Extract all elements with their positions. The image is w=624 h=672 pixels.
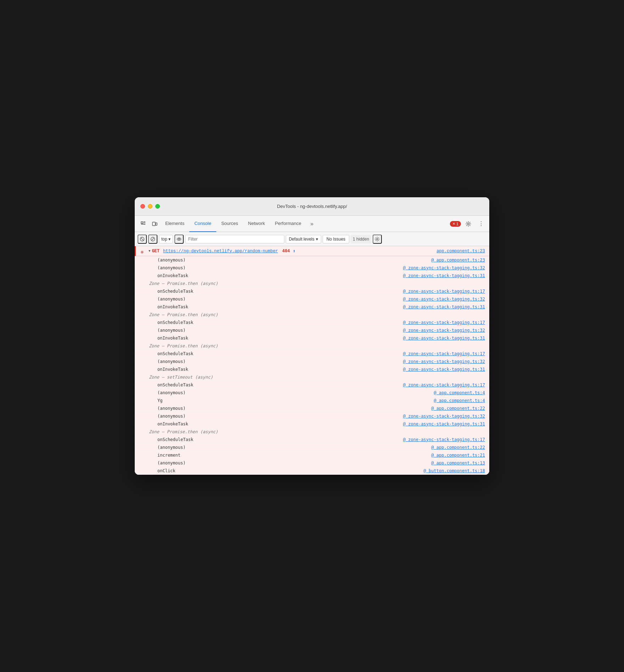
- row-content-25: increment@ app.component.ts:21: [147, 452, 489, 459]
- row-text-24: (anonymous): [147, 445, 185, 450]
- block-icon[interactable]: [148, 235, 157, 244]
- svg-rect-5: [152, 222, 155, 226]
- error-x-icon: ✕: [452, 222, 455, 226]
- row-source-8[interactable]: @ zone-async-stack-tagging.ts:17: [403, 320, 489, 325]
- row-source-25[interactable]: @ app.component.ts:21: [431, 453, 489, 458]
- inspect-icon[interactable]: [138, 218, 149, 230]
- error-source[interactable]: app.component.ts:23: [436, 249, 489, 254]
- svg-point-14: [377, 238, 378, 240]
- console-error-entry: ⊗ ▼ GET https://ng-devtools.netlify.app/…: [135, 246, 489, 256]
- row-source-1[interactable]: @ zone-async-stack-tagging.ts:32: [403, 265, 489, 270]
- issues-button[interactable]: No Issues: [323, 235, 349, 243]
- row-source-21[interactable]: @ zone-async-stack-tagging.ts:31: [403, 422, 489, 426]
- console-row-2: onInvokeTask@ zone-async-stack-tagging.t…: [135, 272, 489, 280]
- console-row-0: (anonymous)@ app.component.ts:23: [135, 256, 489, 264]
- row-source-6[interactable]: @ zone-async-stack-tagging.ts:31: [403, 304, 489, 309]
- row-text-12: onScheduleTask: [147, 351, 193, 356]
- row-source-5[interactable]: @ zone-async-stack-tagging.ts:32: [403, 297, 489, 302]
- svg-rect-6: [156, 223, 157, 225]
- row-content-16: onScheduleTask@ zone-async-stack-tagging…: [147, 381, 489, 389]
- more-tabs-button[interactable]: »: [307, 219, 317, 229]
- tab-sources[interactable]: Sources: [216, 216, 243, 232]
- console-row-12: onScheduleTask@ zone-async-stack-tagging…: [135, 350, 489, 358]
- row-source-10[interactable]: @ zone-async-stack-tagging.ts:31: [403, 336, 489, 341]
- console-row-14: onInvokeTask@ zone-async-stack-tagging.t…: [135, 365, 489, 373]
- row-content-27: onClick@ button.component.ts:18: [147, 467, 489, 474]
- console-settings-icon[interactable]: [373, 235, 382, 244]
- row-text-20: (anonymous): [147, 414, 185, 419]
- tab-performance[interactable]: Performance: [270, 216, 306, 232]
- console-area[interactable]: ⊗ ▼ GET https://ng-devtools.netlify.app/…: [135, 246, 489, 475]
- row-text-8: onScheduleTask: [147, 320, 193, 325]
- expand-triangle-icon[interactable]: ▼: [149, 249, 150, 253]
- row-source-12[interactable]: @ zone-async-stack-tagging.ts:17: [403, 351, 489, 356]
- row-source-26[interactable]: @ app.component.ts:13: [431, 461, 489, 466]
- upload-icon[interactable]: ⬆: [293, 248, 296, 254]
- devtools-body: Elements Console Sources Network Perform…: [135, 216, 489, 475]
- row-content-5: (anonymous)@ zone-async-stack-tagging.ts…: [147, 296, 489, 303]
- row-content-15: Zone — setTimeout (async): [147, 374, 489, 381]
- console-row-11: Zone — Promise.then (async): [135, 342, 489, 350]
- devtools-window: DevTools - ng-devtools.netlify.app/: [135, 197, 489, 475]
- row-text-5: (anonymous): [147, 297, 185, 302]
- console-row-19: (anonymous)@ app.component.ts:22: [135, 404, 489, 412]
- row-text-23: onScheduleTask: [147, 437, 193, 442]
- row-content-0: (anonymous)@ app.component.ts:23: [147, 257, 489, 264]
- row-text-16: onScheduleTask: [147, 382, 193, 387]
- clear-console-icon[interactable]: [138, 235, 147, 244]
- filter-input[interactable]: [185, 235, 284, 243]
- tab-console[interactable]: Console: [189, 216, 216, 232]
- console-row-8: onScheduleTask@ zone-async-stack-tagging…: [135, 319, 489, 326]
- row-content-24: (anonymous)@ app.component.ts:22: [147, 444, 489, 451]
- tab-network[interactable]: Network: [243, 216, 270, 232]
- entry-gutter: ⊗: [136, 247, 149, 255]
- settings-icon[interactable]: [463, 219, 474, 229]
- row-source-9[interactable]: @ zone-async-stack-tagging.ts:32: [403, 328, 489, 333]
- context-selector[interactable]: top ▾: [159, 235, 173, 243]
- error-url[interactable]: https://ng-devtools.netlify.app/random-n…: [163, 249, 278, 254]
- tab-elements[interactable]: Elements: [160, 216, 189, 232]
- row-text-19: (anonymous): [147, 406, 185, 411]
- close-button[interactable]: [140, 204, 145, 209]
- maximize-button[interactable]: [155, 204, 160, 209]
- error-circle-icon: ⊗: [141, 249, 144, 255]
- row-text-2: onInvokeTask: [147, 273, 188, 278]
- console-toolbar: top ▾ Default levels ▾ No Issues 1 hidde…: [135, 232, 489, 246]
- row-content-1: (anonymous)@ zone-async-stack-tagging.ts…: [147, 264, 489, 271]
- console-row-27: onClick@ button.component.ts:18: [135, 467, 489, 475]
- console-row-20: (anonymous)@ zone-async-stack-tagging.ts…: [135, 412, 489, 420]
- row-text-14: onInvokeTask: [147, 367, 188, 372]
- row-source-23[interactable]: @ zone-async-stack-tagging.ts:17: [403, 437, 489, 442]
- window-title: DevTools - ng-devtools.netlify.app/: [277, 204, 347, 209]
- row-source-20[interactable]: @ zone-async-stack-tagging.ts:32: [403, 414, 489, 419]
- row-source-2[interactable]: @ zone-async-stack-tagging.ts:31: [403, 273, 489, 278]
- row-source-24[interactable]: @ app.component.ts:22: [431, 445, 489, 450]
- eye-icon[interactable]: [174, 235, 184, 244]
- row-source-18[interactable]: @ app.component.ts:4: [434, 398, 490, 403]
- error-count-badge[interactable]: ✕ 1: [450, 221, 461, 227]
- row-content-8: onScheduleTask@ zone-async-stack-tagging…: [147, 319, 489, 326]
- tabs-bar: Elements Console Sources Network Perform…: [135, 216, 489, 232]
- row-source-27[interactable]: @ button.component.ts:18: [424, 468, 489, 473]
- traffic-lights: [140, 204, 160, 209]
- row-content-11: Zone — Promise.then (async): [147, 342, 489, 349]
- minimize-button[interactable]: [148, 204, 152, 209]
- row-text-26: (anonymous): [147, 461, 185, 466]
- async-label-22: Zone — Promise.then (async): [147, 429, 218, 434]
- svg-line-11: [151, 238, 154, 241]
- row-source-4[interactable]: @ zone-async-stack-tagging.ts:17: [403, 289, 489, 294]
- device-icon[interactable]: [149, 218, 160, 230]
- row-content-18: Yg@ app.component.ts:4: [147, 397, 489, 404]
- row-source-19[interactable]: @ app.component.ts:22: [431, 406, 489, 411]
- console-row-17: (anonymous)@ app.component.ts:4: [135, 389, 489, 397]
- levels-dropdown[interactable]: Default levels ▾: [286, 235, 321, 243]
- row-source-13[interactable]: @ zone-async-stack-tagging.ts:32: [403, 359, 489, 364]
- row-source-16[interactable]: @ zone-async-stack-tagging.ts:17: [403, 382, 489, 387]
- row-source-0[interactable]: @ app.component.ts:23: [431, 258, 489, 263]
- row-source-17[interactable]: @ app.component.ts:4: [434, 390, 490, 395]
- row-content-7: Zone — Promise.then (async): [147, 311, 489, 318]
- row-content-26: (anonymous)@ app.component.ts:13: [147, 459, 489, 467]
- row-source-14[interactable]: @ zone-async-stack-tagging.ts:31: [403, 367, 489, 372]
- console-row-4: onScheduleTask@ zone-async-stack-tagging…: [135, 287, 489, 295]
- more-options-icon[interactable]: ⋮: [476, 219, 486, 229]
